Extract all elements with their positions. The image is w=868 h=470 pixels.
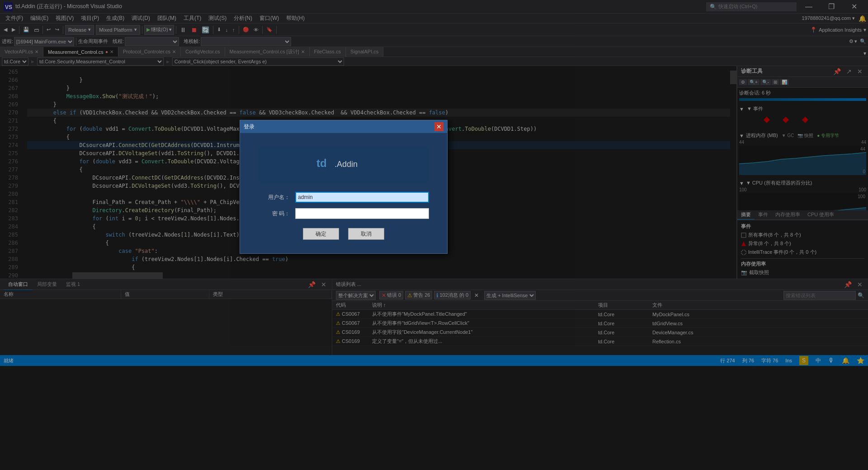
dialog-body: td .Addin 用户名： 密 码： 确定 取消 bbox=[240, 133, 447, 253]
dialog-title-text: 登录 bbox=[244, 123, 255, 131]
password-input[interactable] bbox=[295, 208, 429, 219]
dialog-logo: td .Addin bbox=[258, 147, 429, 183]
login-dialog: 登录 ✕ td .Addin 用户名： 密 码： bbox=[240, 120, 448, 254]
username-row: 用户名： bbox=[258, 192, 429, 203]
confirm-button[interactable]: 确定 bbox=[303, 228, 339, 240]
cancel-button[interactable]: 取消 bbox=[348, 228, 384, 240]
dialog-title-bar: 登录 ✕ bbox=[240, 120, 447, 133]
dialog-buttons: 确定 取消 bbox=[258, 228, 429, 240]
password-row: 密 码： bbox=[258, 208, 429, 219]
dialog-close-button[interactable]: ✕ bbox=[434, 122, 443, 131]
svg-text:.Addin: .Addin bbox=[335, 160, 358, 169]
svg-text:td: td bbox=[316, 157, 327, 169]
username-label: 用户名： bbox=[258, 194, 290, 201]
username-input[interactable] bbox=[295, 192, 429, 203]
password-label: 密 码： bbox=[258, 210, 290, 218]
dialog-overlay: 登录 ✕ td .Addin 用户名： 密 码： bbox=[0, 0, 868, 470]
